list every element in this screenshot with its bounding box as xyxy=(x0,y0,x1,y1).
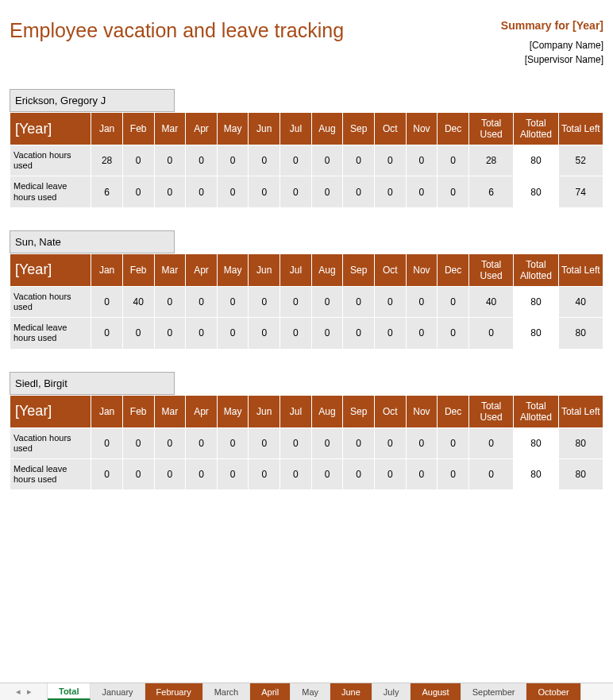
sheet-tab-february[interactable]: February xyxy=(145,683,203,700)
cell-month[interactable]: 0 xyxy=(154,145,186,176)
cell-month[interactable]: 0 xyxy=(186,458,218,489)
cell-month[interactable]: 0 xyxy=(122,176,154,207)
cell-month[interactable]: 0 xyxy=(406,318,438,349)
cell-month[interactable]: 0 xyxy=(217,458,249,489)
cell-month[interactable]: 0 xyxy=(186,176,218,207)
employee-name: Sun, Nate xyxy=(10,230,175,253)
cell-month[interactable]: 0 xyxy=(154,427,186,458)
cell-month[interactable]: 6 xyxy=(91,176,123,207)
cell-month[interactable]: 0 xyxy=(280,145,312,176)
cell-month[interactable]: 0 xyxy=(343,286,375,317)
cell-month[interactable]: 0 xyxy=(91,318,123,349)
cell-month[interactable]: 0 xyxy=(249,458,280,489)
cell-month[interactable]: 0 xyxy=(280,286,312,317)
cell-month[interactable]: 0 xyxy=(311,318,343,349)
cell-month[interactable]: 0 xyxy=(406,286,438,317)
cell-month[interactable]: 0 xyxy=(186,145,218,176)
cell-month[interactable]: 0 xyxy=(343,458,375,489)
cell-month[interactable]: 0 xyxy=(438,318,469,349)
cell-month[interactable]: 0 xyxy=(406,458,438,489)
cell-month[interactable]: 0 xyxy=(438,145,469,176)
cell-total-allotted: 80 xyxy=(514,145,558,176)
cell-month[interactable]: 0 xyxy=(406,427,438,458)
cell-month[interactable]: 0 xyxy=(375,427,407,458)
cell-month[interactable]: 0 xyxy=(122,318,154,349)
cell-month[interactable]: 0 xyxy=(343,318,375,349)
col-year: [Year] xyxy=(10,113,91,145)
cell-month[interactable]: 0 xyxy=(154,286,186,317)
col-month-0: Jan xyxy=(91,113,123,145)
tab-next-icon[interactable]: ▸ xyxy=(27,686,32,697)
cell-month[interactable]: 0 xyxy=(154,318,186,349)
cell-month[interactable]: 0 xyxy=(186,286,218,317)
cell-month[interactable]: 0 xyxy=(249,427,280,458)
sheet-tab-march[interactable]: March xyxy=(203,683,251,700)
cell-month[interactable]: 0 xyxy=(280,458,312,489)
cell-month[interactable]: 0 xyxy=(249,286,280,317)
cell-month[interactable]: 0 xyxy=(280,318,312,349)
cell-month[interactable]: 0 xyxy=(406,176,438,207)
sheet-tab-may[interactable]: May xyxy=(291,683,330,700)
col-month-3: Apr xyxy=(186,253,218,286)
col-month-8: Sep xyxy=(343,395,375,427)
cell-month[interactable]: 0 xyxy=(438,427,469,458)
cell-month[interactable]: 0 xyxy=(343,145,375,176)
cell-month[interactable]: 0 xyxy=(249,145,280,176)
cell-month[interactable]: 0 xyxy=(91,458,123,489)
sheet-tab-july[interactable]: July xyxy=(372,683,411,700)
col-month-5: Jun xyxy=(249,395,280,427)
sheet-tab-april[interactable]: April xyxy=(250,683,291,700)
cell-month[interactable]: 0 xyxy=(311,427,343,458)
cell-month[interactable]: 0 xyxy=(154,458,186,489)
sheet-tab-october[interactable]: October xyxy=(526,683,580,700)
cell-month[interactable]: 0 xyxy=(249,176,280,207)
sheet-tab-august[interactable]: August xyxy=(411,683,461,700)
cell-month[interactable]: 0 xyxy=(438,176,469,207)
page: Employee vacation and leave tracking Sum… xyxy=(0,0,613,490)
cell-month[interactable]: 0 xyxy=(122,145,154,176)
cell-month[interactable]: 0 xyxy=(375,176,407,207)
tab-prev-icon[interactable]: ◂ xyxy=(16,686,21,697)
cell-month[interactable]: 0 xyxy=(217,176,249,207)
sheet-tab-total[interactable]: Total xyxy=(48,683,91,700)
cell-month[interactable]: 0 xyxy=(122,427,154,458)
cell-month[interactable]: 0 xyxy=(217,286,249,317)
sheet-tab-january[interactable]: January xyxy=(91,683,145,700)
col-month-10: Nov xyxy=(406,395,438,427)
cell-total-used: 0 xyxy=(468,427,513,458)
tab-nav[interactable]: ◂ ▸ xyxy=(0,683,48,700)
cell-month[interactable]: 0 xyxy=(406,145,438,176)
cell-month[interactable]: 0 xyxy=(343,427,375,458)
cell-month[interactable]: 0 xyxy=(91,286,123,317)
cell-month[interactable]: 0 xyxy=(375,318,407,349)
summary-for-year: Summary for [Year] xyxy=(501,19,603,32)
sheet-tab-september[interactable]: September xyxy=(461,683,527,700)
cell-month[interactable]: 0 xyxy=(375,286,407,317)
cell-month[interactable]: 0 xyxy=(375,458,407,489)
cell-month[interactable]: 0 xyxy=(122,458,154,489)
cell-month[interactable]: 0 xyxy=(311,458,343,489)
cell-month[interactable]: 0 xyxy=(186,318,218,349)
cell-month[interactable]: 0 xyxy=(217,427,249,458)
cell-month[interactable]: 0 xyxy=(311,145,343,176)
cell-month[interactable]: 0 xyxy=(186,427,218,458)
cell-month[interactable]: 0 xyxy=(217,145,249,176)
cell-month[interactable]: 0 xyxy=(438,458,469,489)
cell-month[interactable]: 0 xyxy=(375,145,407,176)
col-total-left: Total Left xyxy=(558,395,603,427)
cell-month[interactable]: 0 xyxy=(438,286,469,317)
cell-month[interactable]: 0 xyxy=(217,318,249,349)
cell-month[interactable]: 28 xyxy=(91,145,123,176)
cell-month[interactable]: 0 xyxy=(249,318,280,349)
cell-month[interactable]: 40 xyxy=(122,286,154,317)
sheet-tab-june[interactable]: June xyxy=(330,683,372,700)
cell-month[interactable]: 0 xyxy=(311,286,343,317)
col-month-9: Oct xyxy=(375,395,407,427)
cell-month[interactable]: 0 xyxy=(280,176,312,207)
cell-month[interactable]: 0 xyxy=(311,176,343,207)
employee-name: Erickson, Gregory J xyxy=(10,89,175,112)
cell-month[interactable]: 0 xyxy=(280,427,312,458)
cell-month[interactable]: 0 xyxy=(91,427,123,458)
cell-month[interactable]: 0 xyxy=(154,176,186,207)
cell-month[interactable]: 0 xyxy=(343,176,375,207)
